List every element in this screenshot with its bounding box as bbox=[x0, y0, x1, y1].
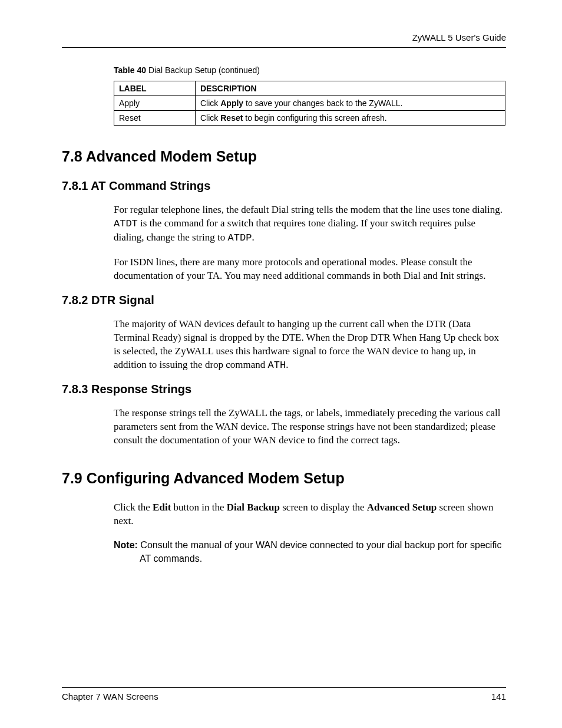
heading-7-8-3: 7.8.3 Response Strings bbox=[62, 383, 506, 396]
text-span: screen to display the bbox=[280, 502, 367, 513]
col-header-label: LABEL bbox=[114, 81, 196, 96]
cell-label: Apply bbox=[114, 96, 196, 111]
table-caption-text: Dial Backup Setup (continued) bbox=[146, 65, 260, 75]
heading-7-9: 7.9 Configuring Advanced Modem Setup bbox=[62, 470, 506, 487]
desc-bold: Reset bbox=[220, 113, 243, 123]
paragraph: Click the Edit button in the Dial Backup… bbox=[114, 501, 506, 528]
cell-label: Reset bbox=[114, 111, 196, 126]
header-guide-title: ZyWALL 5 User's Guide bbox=[62, 32, 506, 42]
bold-text: Dial Backup bbox=[227, 502, 280, 513]
bold-text: Advanced Setup bbox=[367, 502, 437, 513]
table-caption-number: Table 40 bbox=[114, 65, 146, 75]
desc-bold: Apply bbox=[220, 98, 243, 108]
page-footer: Chapter 7 WAN Screens 141 bbox=[62, 687, 506, 701]
monospace-text: ATDT bbox=[114, 218, 138, 229]
footer-divider bbox=[62, 687, 506, 688]
desc-pre: Click bbox=[200, 98, 220, 108]
text-span: . bbox=[252, 232, 254, 243]
text-span: For regular telephone lines, the default… bbox=[114, 204, 503, 215]
paragraph: For ISDN lines, there are many more prot… bbox=[114, 256, 506, 283]
bold-text: Edit bbox=[153, 502, 171, 513]
monospace-text: ATDP bbox=[228, 232, 252, 243]
note-text: Consult the manual of your WAN device co… bbox=[140, 540, 501, 563]
paragraph: The response strings tell the ZyWALL the… bbox=[114, 407, 506, 447]
cell-description: Click Reset to begin configuring this sc… bbox=[196, 111, 505, 126]
table-header-row: LABEL DESCRIPTION bbox=[114, 81, 505, 96]
footer-chapter: Chapter 7 WAN Screens bbox=[62, 691, 158, 701]
table-caption: Table 40 Dial Backup Setup (continued) bbox=[114, 65, 506, 75]
paragraph: The majority of WAN devices default to h… bbox=[114, 318, 506, 373]
desc-post: to save your changes back to the ZyWALL. bbox=[243, 98, 402, 108]
desc-post: to begin configuring this screen afresh. bbox=[243, 113, 386, 123]
heading-7-8-2: 7.8.2 DTR Signal bbox=[62, 294, 506, 307]
heading-7-8: 7.8 Advanced Modem Setup bbox=[62, 148, 506, 165]
text-span: Click the bbox=[114, 502, 153, 513]
text-span: button in the bbox=[171, 502, 226, 513]
heading-7-8-1: 7.8.1 AT Command Strings bbox=[62, 179, 506, 193]
table-row: Apply Click Apply to save your changes b… bbox=[114, 96, 505, 111]
text-span: is the command for a switch that require… bbox=[114, 218, 475, 243]
table-row: Reset Click Reset to begin configuring t… bbox=[114, 111, 505, 126]
col-header-description: DESCRIPTION bbox=[196, 81, 505, 96]
note-paragraph: Note: Consult the manual of your WAN dev… bbox=[114, 539, 506, 565]
note-label: Note: bbox=[114, 540, 140, 550]
dial-backup-table: LABEL DESCRIPTION Apply Click Apply to s… bbox=[114, 81, 505, 126]
cell-description: Click Apply to save your changes back to… bbox=[196, 96, 505, 111]
text-span: The majority of WAN devices default to h… bbox=[114, 318, 499, 370]
header-divider bbox=[62, 47, 506, 48]
footer-page-number: 141 bbox=[491, 691, 506, 701]
paragraph: For regular telephone lines, the default… bbox=[114, 203, 506, 245]
text-span: . bbox=[286, 359, 288, 370]
desc-pre: Click bbox=[200, 113, 220, 123]
monospace-text: ATH bbox=[268, 360, 286, 371]
